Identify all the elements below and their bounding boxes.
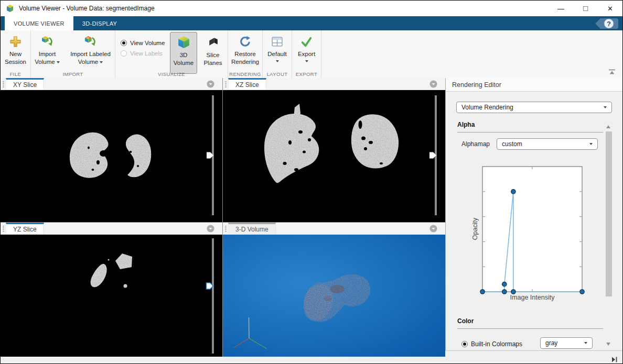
scrollbar-down-icon[interactable] <box>606 343 610 346</box>
section-label-rendering: RENDERING <box>228 71 262 77</box>
dropdown-caret-icon <box>100 61 103 63</box>
panel-yz-slice: YZ Slice <box>1 223 222 357</box>
ribbon-section-layout: Default LAYOUT <box>263 30 292 78</box>
window-title: Volume Viewer - Volume Data: segmentedIm… <box>19 5 155 12</box>
volume-3d-view[interactable] <box>223 235 445 357</box>
panel-menu-icon[interactable] <box>207 225 214 233</box>
layout-grid-icon <box>271 34 283 49</box>
editor-scrollbar-thumb[interactable] <box>606 131 612 296</box>
default-layout-button[interactable]: Default <box>265 32 288 64</box>
slice-planes-button[interactable]: Slice Planes <box>199 32 227 68</box>
restore-rendering-button[interactable]: Restore Rendering <box>227 32 264 67</box>
ribbon-section-file: New Session FILE <box>1 30 31 78</box>
ribbon-section-import: Import Volume Import Labeled Volume IMPO… <box>31 30 115 78</box>
color-section-rule <box>457 328 603 329</box>
ribbon: New Session FILE Import Volume <box>1 30 622 79</box>
dropdown-caret-icon <box>57 61 60 63</box>
panel-grip-icon[interactable] <box>1 223 6 234</box>
close-icon[interactable]: ✕ <box>598 1 622 16</box>
import-labeled-volume-button[interactable]: Import Labeled Volume <box>66 32 115 67</box>
slice-slider-thumb[interactable] <box>206 282 214 290</box>
alphamap-control-point[interactable] <box>511 290 515 294</box>
rendering-editor-title: Rendering Editor <box>446 78 623 92</box>
ribbon-section-visualize: View Volume View Labels <box>115 30 228 78</box>
rendering-style-select[interactable]: Volume Rendering <box>456 102 612 113</box>
alphamap-control-point[interactable] <box>502 282 507 286</box>
alphamap-plot[interactable]: Opacity Image Intensity <box>461 159 593 308</box>
new-session-button[interactable]: New Session <box>0 32 31 67</box>
panel-grip-icon[interactable] <box>223 78 228 90</box>
panel-tab-yz-slice[interactable]: YZ Slice <box>6 223 44 234</box>
section-label-export: EXPORT <box>292 71 321 77</box>
colormap-select[interactable]: gray <box>540 337 593 349</box>
collapse-ribbon-icon[interactable] <box>608 69 616 75</box>
xz-slice-view[interactable] <box>223 90 445 222</box>
xy-slice-view[interactable] <box>1 90 222 222</box>
export-check-icon <box>300 34 313 49</box>
alphamap-control-point[interactable] <box>511 190 515 194</box>
panel-tab-xy-slice[interactable]: XY Slice <box>6 78 44 90</box>
radio-selected-icon <box>121 40 127 46</box>
alphamap-control-point[interactable] <box>580 290 584 294</box>
slice-planes-icon <box>207 34 220 50</box>
alphamap-control-point[interactable] <box>480 290 485 294</box>
ribbon-section-rendering: Restore Rendering RENDERING <box>228 30 263 78</box>
yz-slice-view[interactable] <box>1 235 222 357</box>
panel-grid: XY Slice <box>1 78 445 357</box>
chart-ylabel: Opacity <box>471 217 479 240</box>
slice-slider-thumb[interactable] <box>206 151 214 159</box>
tab-3d-display[interactable]: 3D-DISPLAY <box>73 16 126 30</box>
slice-slider-thumb[interactable] <box>429 151 437 159</box>
rendering-editor: Rendering Editor Volume Rendering Alpha … <box>445 78 623 350</box>
dropdown-caret-icon <box>584 342 587 344</box>
alphamap-control-point[interactable] <box>502 290 507 294</box>
section-label-visualize: VISUALIZE <box>115 71 228 77</box>
panel-menu-icon[interactable] <box>429 225 437 233</box>
panel-menu-icon[interactable] <box>207 80 214 88</box>
panel-xy-slice: XY Slice <box>1 78 222 222</box>
panel-xz-slice: XZ Slice <box>223 78 445 222</box>
new-session-plus-icon <box>9 34 22 49</box>
section-label-layout: LAYOUT <box>263 71 292 77</box>
radio-disabled-icon <box>121 50 127 57</box>
expand-panel-icon[interactable] <box>611 357 618 362</box>
yz-slice-slider[interactable] <box>212 238 214 354</box>
panel-tab-xz-slice[interactable]: XZ Slice <box>228 78 266 90</box>
volume-3d-button[interactable]: 3D Volume <box>170 32 197 74</box>
view-volume-radio[interactable]: View Volume <box>121 40 169 46</box>
chart-xlabel: Image Intensity <box>510 294 555 301</box>
volume-cube-icon <box>6 4 14 13</box>
section-label-import: IMPORT <box>31 71 115 77</box>
volume-viewer-window: Volume Viewer - Volume Data: segmentedIm… <box>0 0 623 364</box>
restore-rendering-icon <box>239 34 252 49</box>
dropdown-caret-icon <box>589 143 593 145</box>
alpha-section-rule <box>457 132 603 133</box>
svg-text:?: ? <box>607 19 611 27</box>
dropdown-caret-icon <box>305 60 308 62</box>
alphamap-select[interactable]: custom <box>497 138 598 150</box>
panel-menu-icon[interactable] <box>429 80 437 88</box>
builtin-colormaps-radio[interactable]: Built-in Colormaps <box>461 340 522 348</box>
alpha-section-heading: Alpha <box>457 121 475 128</box>
import-labeled-volume-icon <box>84 34 97 49</box>
import-volume-button[interactable]: Import Volume <box>31 32 64 67</box>
ribbon-section-export: Export EXPORT <box>292 30 321 78</box>
cube-3d-icon <box>177 34 191 50</box>
volume-rendering-cloud <box>304 274 370 322</box>
axes-triad-icon <box>233 317 267 349</box>
panel-tab-3d-volume[interactable]: 3-D Volume <box>228 223 276 234</box>
scrollbar-up-icon[interactable] <box>606 125 610 128</box>
maximize-icon[interactable]: □ <box>573 1 598 16</box>
radio-selected-icon <box>461 341 468 347</box>
section-label-file: FILE <box>1 71 30 77</box>
export-button[interactable]: Export <box>296 32 317 64</box>
alphamap-label: Alphamap <box>461 140 490 148</box>
toolstrip-tabs: VOLUME VIEWER 3D-DISPLAY ? <box>1 16 622 30</box>
panel-grip-icon[interactable] <box>223 223 228 234</box>
panel-3d-volume: 3-D Volume <box>223 223 445 357</box>
help-icon[interactable]: ? <box>595 18 619 29</box>
view-labels-radio[interactable]: View Labels <box>121 50 169 57</box>
tab-volume-viewer[interactable]: VOLUME VIEWER <box>5 16 73 30</box>
panel-grip-icon[interactable] <box>1 78 6 90</box>
minimize-icon[interactable]: — <box>549 1 573 16</box>
